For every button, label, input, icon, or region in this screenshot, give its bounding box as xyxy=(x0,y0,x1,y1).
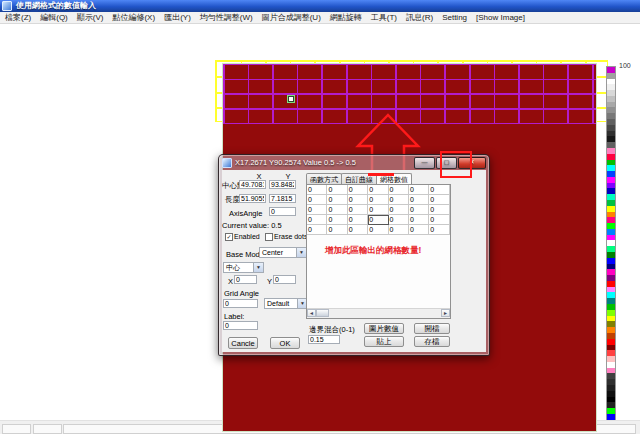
label-input[interactable] xyxy=(223,321,258,330)
x-offset-label: X xyxy=(228,277,233,286)
grid-cell[interactable]: 0 xyxy=(389,205,409,215)
erase-dots-checkbox[interactable] xyxy=(265,233,273,241)
paste-button[interactable]: 貼上 xyxy=(364,336,404,347)
menu-item[interactable]: 檔案(Z) xyxy=(5,12,31,23)
grid-cell[interactable]: 0 xyxy=(348,185,368,195)
open-file-button[interactable]: 開檔 xyxy=(414,323,450,334)
grid-cell[interactable]: 0 xyxy=(368,195,388,205)
grid-cell[interactable]: 0 xyxy=(368,215,388,225)
grid-cell[interactable]: 0 xyxy=(429,225,449,235)
scrollbar-thumb[interactable] xyxy=(316,309,329,317)
app-window: 使用網格式的數值輸入 檔案(Z)編輯(Q)顯示(V)點位編修(X)匯出(Y)均勻… xyxy=(0,0,640,434)
grid-cell[interactable]: 0 xyxy=(409,205,429,215)
length-y-input[interactable] xyxy=(269,194,296,203)
grid-angle-unit-select[interactable]: Default ▼ xyxy=(264,298,308,309)
grid-cell[interactable]: 0 xyxy=(327,225,347,235)
grid-cell[interactable]: 0 xyxy=(348,225,368,235)
value-grid: 00000000000000000000000000000000000 xyxy=(307,185,450,235)
grid-cell[interactable]: 0 xyxy=(389,185,409,195)
menu-item[interactable]: 工具(T) xyxy=(371,12,397,23)
grid-value-dialog: X17.2671 Y90.2574 Value 0.5 -> 0.5 — ▢ ✕… xyxy=(218,154,490,356)
scroll-left-icon[interactable]: ◄ xyxy=(307,309,316,317)
menu-item[interactable]: 顯示(V) xyxy=(77,12,104,23)
base-mode-select[interactable]: Center ▼ xyxy=(259,247,307,258)
menu-item[interactable]: 編輯(Q) xyxy=(40,12,68,23)
grid-values-tabpage: 00000000000000000000000000000000000 增加此區… xyxy=(306,184,451,319)
colorbar-max-label: 100 xyxy=(619,62,631,69)
minimize-button[interactable]: — xyxy=(414,157,435,169)
erase-dots-label: Erase dots xyxy=(274,233,307,240)
grid-angle-input[interactable] xyxy=(223,299,258,308)
blend-input[interactable] xyxy=(308,335,340,344)
menu-item[interactable]: 訊息(R) xyxy=(406,12,433,23)
anchor-select[interactable]: 中心 ▼ xyxy=(223,262,264,273)
grid-cell[interactable]: 0 xyxy=(307,195,327,205)
grid-cell[interactable]: 0 xyxy=(348,195,368,205)
grid-cell[interactable]: 0 xyxy=(368,185,388,195)
base-mode-value: Center xyxy=(262,249,283,256)
menu-item[interactable]: 圖片合成調整(U) xyxy=(262,12,321,23)
client-area: 100 0 X17.2671 Y90.2574 Value 0.5 -> 0.5… xyxy=(0,24,640,420)
colorbar-strip xyxy=(606,66,616,432)
main-titlebar: 使用網格式的數值輸入 xyxy=(0,0,640,12)
grid-cell[interactable]: 0 xyxy=(409,215,429,225)
grid-angle-label: Grid Angle xyxy=(224,289,259,298)
grid-cell[interactable]: 0 xyxy=(389,195,409,205)
red-highlight-box-annotation xyxy=(440,151,472,178)
grid-cell[interactable]: 0 xyxy=(307,185,327,195)
image-values-button[interactable]: 圖片數值 xyxy=(364,323,404,334)
axis-angle-input[interactable] xyxy=(269,207,296,216)
dialog-icon xyxy=(222,158,232,168)
selected-grid-point[interactable] xyxy=(287,95,295,103)
current-value-text: Current value: 0.5 xyxy=(222,221,282,230)
x-offset-input[interactable] xyxy=(234,275,257,284)
chevron-down-icon: ▼ xyxy=(253,263,263,272)
chevron-down-icon: ▼ xyxy=(296,248,306,257)
save-button[interactable]: 存檔 xyxy=(414,336,450,347)
grid-cell[interactable]: 0 xyxy=(327,205,347,215)
center-x-input[interactable] xyxy=(239,180,266,189)
scroll-right-icon[interactable]: ► xyxy=(441,309,450,317)
enabled-label: Enabled xyxy=(234,233,260,240)
grid-cell[interactable]: 0 xyxy=(307,225,327,235)
grid-cell[interactable]: 0 xyxy=(368,225,388,235)
grid-cell[interactable]: 0 xyxy=(307,205,327,215)
grid-angle-unit-value: Default xyxy=(267,300,289,307)
center-y-input[interactable] xyxy=(269,180,296,189)
horizontal-scrollbar[interactable]: ◄ ► xyxy=(307,308,450,318)
length-label: 長度 xyxy=(225,195,240,205)
menu-item[interactable]: 匯出(Y) xyxy=(164,12,191,23)
grid-cell[interactable]: 0 xyxy=(409,225,429,235)
cancel-button[interactable]: Cancle xyxy=(228,337,258,349)
length-x-input[interactable] xyxy=(239,194,266,203)
grid-cell[interactable]: 0 xyxy=(429,215,449,225)
status-cell xyxy=(33,424,62,434)
y-offset-input[interactable] xyxy=(273,275,296,284)
grid-cell[interactable]: 0 xyxy=(429,195,449,205)
window-title: 使用網格式的數值輸入 xyxy=(16,0,96,12)
red-tab-underline-annotation xyxy=(368,173,394,176)
grid-cell[interactable]: 0 xyxy=(429,185,449,195)
grid-cell[interactable]: 0 xyxy=(409,195,429,205)
menu-item[interactable]: Setting xyxy=(442,13,467,22)
menu-item[interactable]: 點位編修(X) xyxy=(112,12,155,23)
grid-cell[interactable]: 0 xyxy=(368,205,388,215)
grid-cell[interactable]: 0 xyxy=(429,205,449,215)
grid-cell[interactable]: 0 xyxy=(348,205,368,215)
enabled-checkbox[interactable]: ✓ xyxy=(225,233,233,241)
grid-cell[interactable]: 0 xyxy=(389,215,409,225)
grid-cell[interactable]: 0 xyxy=(348,215,368,225)
menu-item[interactable]: [Show Image] xyxy=(476,13,525,22)
grid-cell[interactable]: 0 xyxy=(327,195,347,205)
grid-cell[interactable]: 0 xyxy=(409,185,429,195)
grid-cell[interactable]: 0 xyxy=(327,185,347,195)
grid-cell[interactable]: 0 xyxy=(389,225,409,235)
menu-item[interactable]: 網點旋轉 xyxy=(330,12,362,23)
grid-cell[interactable]: 0 xyxy=(327,215,347,225)
ok-button[interactable]: OK xyxy=(270,337,300,349)
menu-item[interactable]: 均勻性調整(W) xyxy=(200,12,253,23)
grid-cell[interactable]: 0 xyxy=(307,215,327,225)
tab-1[interactable]: 函數方式 xyxy=(306,173,342,184)
dialog-body: X Y 中心點 長度 AxisAngle Current value: 0.5 … xyxy=(222,170,486,352)
tab-strip: 函數方式自訂曲線網格數值 xyxy=(306,173,411,184)
